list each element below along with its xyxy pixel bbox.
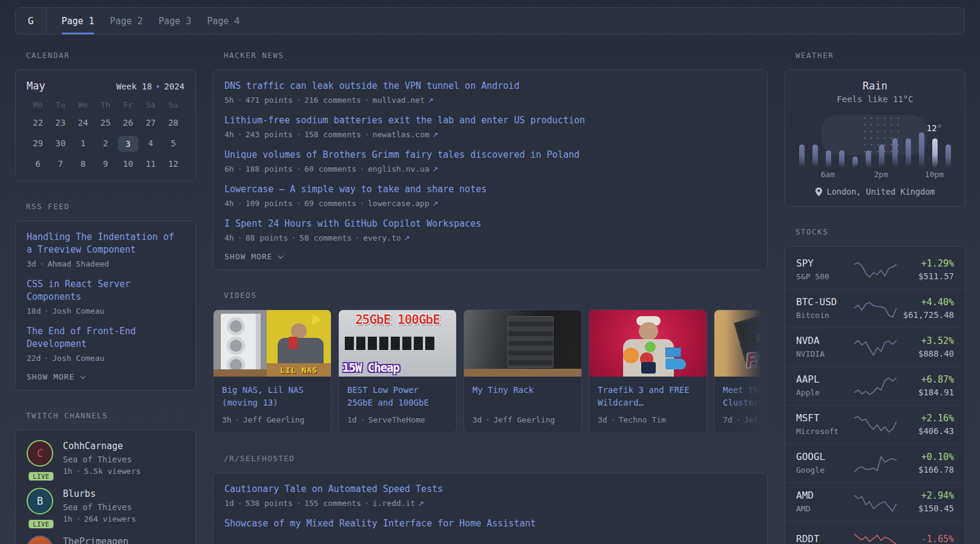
- tab-page-2[interactable]: Page 2: [110, 8, 143, 34]
- video-thumbnail[interactable]: FAS: [714, 310, 768, 377]
- calendar-week-label: Week 18: [116, 82, 152, 91]
- weather-bar: [839, 151, 844, 167]
- hn-item-domain[interactable]: every.to↗: [363, 233, 410, 242]
- external-link-icon: ↗: [433, 199, 439, 208]
- tab-page-3[interactable]: Page 3: [158, 8, 191, 34]
- hn-item-title[interactable]: Unique volumes of Brothers Grimm fairy t…: [224, 149, 756, 161]
- calendar-widget: CALENDAR May Week 18 2024 MoTuWeThFrSaSu: [15, 51, 196, 181]
- stock-symbol[interactable]: SPY: [796, 257, 853, 270]
- stock-symbol[interactable]: MSFT: [796, 412, 853, 425]
- chevron-down-icon: [278, 253, 284, 259]
- video-title[interactable]: Traefik 3 and FREE Wildcard…: [598, 384, 698, 409]
- calendar-section-title: CALENDAR: [15, 51, 196, 60]
- weather-bar: [866, 151, 871, 167]
- rss-item-title[interactable]: The End of Front-End Development: [27, 325, 185, 351]
- video-title[interactable]: BEST Low Power 25GbE and 100GbE Switch…: [347, 384, 448, 409]
- navbar: G Page 1 Page 2 Page 3 Page 4: [15, 7, 965, 34]
- rss-widget: RSS FEED Handling The Indentation of a T…: [15, 202, 196, 390]
- stock-row: BTC-USDBitcoin +4.40%$61,725.48: [785, 289, 965, 328]
- video-thumbnail[interactable]: [464, 310, 581, 377]
- stock-row: AAPLApple +6.87%$184.91: [785, 366, 965, 405]
- stock-price: $150.45: [898, 502, 955, 515]
- stock-symbol[interactable]: AMD: [796, 489, 853, 502]
- stock-price: $166.78: [898, 464, 955, 476]
- twitch-game: Sea of Thieves: [63, 502, 136, 513]
- weather-time-labels: 6am 2pm 10pm: [799, 170, 952, 179]
- hn-item-domain[interactable]: lowercase.app↗: [368, 199, 439, 208]
- thumbnail-badge-text: LIL NAS: [267, 363, 331, 377]
- video-meta: 3dTechno Tim: [598, 415, 698, 424]
- chevron-down-icon: [80, 373, 86, 379]
- twitch-channel-row: C LIVE CohhCarnage Sea of Thieves 1h5.5k…: [27, 440, 185, 476]
- stock-symbol[interactable]: BTC-USD: [796, 296, 853, 309]
- weather-bar: [852, 157, 858, 167]
- videos-carousel[interactable]: LIL NAS Big NAS, Lil NAS (moving 13) 3hJ…: [213, 309, 768, 433]
- stock-symbol[interactable]: NVDA: [796, 334, 853, 348]
- hn-item-title[interactable]: I Spent 24 Hours with GitHub Copilot Wor…: [224, 218, 756, 230]
- stock-price: $888.40: [898, 348, 955, 360]
- stock-name: Apple: [796, 386, 853, 399]
- twitch-avatar[interactable]: C: [27, 440, 53, 467]
- reddit-item-title[interactable]: Cautionary Tale on Automated Speed Tests: [224, 483, 756, 496]
- stock-row: NVDANVIDIA +3.52%$888.40: [785, 328, 965, 366]
- app-logo[interactable]: G: [28, 8, 34, 34]
- tab-page-4[interactable]: Page 4: [207, 8, 240, 34]
- hn-item-domain[interactable]: mullvad.net↗: [373, 96, 434, 105]
- page: G Page 1 Page 2 Page 3 Page 4 CALENDAR M…: [0, 0, 980, 544]
- stock-change: +2.94%: [898, 489, 955, 502]
- calendar-row: 6789101112: [27, 157, 185, 171]
- stock-change: +4.40%: [898, 296, 955, 309]
- video-title[interactable]: Big NAS, Lil NAS (moving 13): [222, 384, 322, 409]
- video-card: 25GbE 100GbE 15W Cheap BEST Low Power 25…: [338, 309, 457, 433]
- live-badge: LIVE: [28, 520, 53, 528]
- stock-price: $184.91: [898, 386, 955, 399]
- hn-item: Lowercase – A simple way to take and sha…: [224, 183, 756, 208]
- reddit-item-domain[interactable]: i.redd.it↗: [373, 499, 425, 508]
- rss-show-more-button[interactable]: SHOW MORE: [27, 372, 185, 381]
- twitch-channel-name[interactable]: CohhCarnage: [63, 440, 141, 452]
- twitch-avatar[interactable]: [27, 536, 53, 544]
- stock-change: -1.65%: [898, 533, 955, 544]
- reddit-widget: /R/SELFHOSTED Cautionary Tale on Automat…: [213, 454, 768, 544]
- stock-symbol[interactable]: RDDT: [796, 533, 853, 544]
- stock-symbol[interactable]: GOOGL: [796, 450, 853, 464]
- rss-item-title[interactable]: Handling The Indentation of a Treeview C…: [27, 231, 185, 256]
- twitch-meta: 1h264 viewers: [63, 514, 136, 523]
- stock-row: AMDAMD +2.94%$150.45: [785, 482, 965, 521]
- stock-price: $61,725.48: [898, 309, 955, 322]
- twitch-channel-name[interactable]: ThePrimeagen: [63, 536, 128, 544]
- external-link-icon: ↗: [433, 131, 439, 139]
- stocks-section-title: STOCKS: [785, 227, 965, 236]
- weather-bar: [906, 138, 911, 167]
- hn-item-title[interactable]: Lithium-free sodium batteries exit the l…: [224, 114, 756, 127]
- stock-sparkline: [853, 259, 898, 282]
- video-thumbnail[interactable]: [589, 310, 707, 377]
- video-card: LIL NAS Big NAS, Lil NAS (moving 13) 3hJ…: [213, 309, 332, 433]
- stock-sparkline: [853, 491, 898, 514]
- tab-page-1[interactable]: Page 1: [62, 8, 94, 34]
- stock-row: RDDT -1.65%: [785, 521, 965, 544]
- video-thumbnail[interactable]: LIL NAS: [214, 310, 331, 377]
- twitch-channel-name[interactable]: Blurbs: [63, 488, 136, 500]
- twitch-channel-row: B LIVE Blurbs Sea of Thieves 1h264 viewe…: [27, 488, 185, 523]
- stock-symbol[interactable]: AAPL: [796, 373, 853, 386]
- hn-item-title[interactable]: Lowercase – A simple way to take and sha…: [224, 183, 756, 196]
- twitch-avatar[interactable]: B: [27, 488, 53, 514]
- video-title[interactable]: Meet the new Linux Cluster: [723, 384, 768, 409]
- twitch-section-title: TWITCH CHANNELS: [15, 411, 196, 420]
- video-title[interactable]: My Tiny Rack: [472, 384, 573, 409]
- hn-item-domain[interactable]: english.nv.ua↗: [368, 164, 439, 173]
- videos-section-title: VIDEOS: [213, 291, 768, 300]
- hn-item-domain[interactable]: newatlas.com↗: [373, 130, 439, 139]
- hn-show-more-button[interactable]: SHOW MORE: [224, 252, 756, 261]
- reddit-item-title[interactable]: Showcase of my Mixed Reality Interface f…: [224, 517, 756, 530]
- hn-item-title[interactable]: DNS traffic can leak outside the VPN tun…: [224, 80, 756, 92]
- video-thumbnail[interactable]: 25GbE 100GbE 15W Cheap: [339, 310, 456, 377]
- calendar-month: May: [27, 80, 45, 92]
- video-meta: 3dJeff Geerling: [472, 415, 573, 424]
- hn-item: DNS traffic can leak outside the VPN tun…: [224, 80, 756, 105]
- rss-item-title[interactable]: CSS in React Server Components: [27, 278, 185, 303]
- twitch-channel-row: ThePrimeagen: [27, 536, 185, 544]
- weather-widget: WEATHER Rain Feels like 11°C 12° 6am 2pm…: [785, 51, 965, 207]
- weather-temp-label: 12°: [927, 123, 942, 133]
